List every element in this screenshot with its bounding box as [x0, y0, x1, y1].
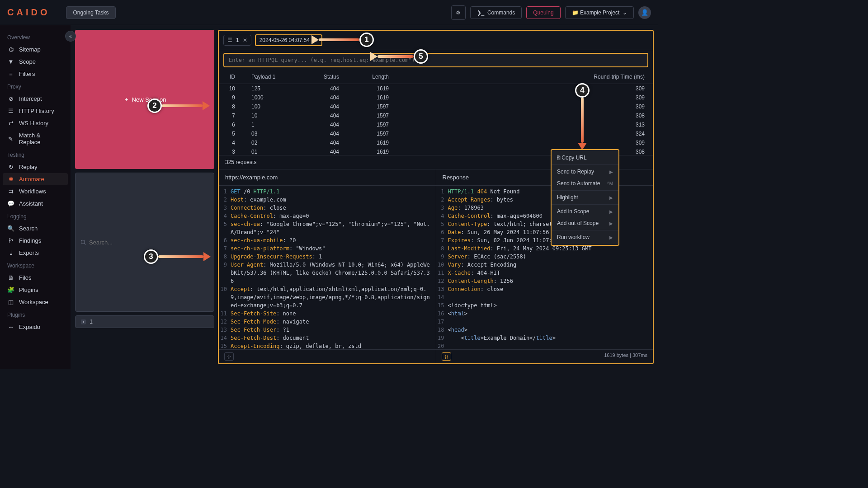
chevron-right-icon: ▶ — [609, 235, 613, 240]
sidebar-item-automate[interactable]: ✱Automate — [3, 173, 68, 185]
sidebar-item-match-replace-icon: ✎ — [7, 136, 14, 142]
table-row[interactable]: 614041597313 — [219, 120, 653, 129]
sidebar-item-filters-icon: ≡ — [7, 70, 14, 77]
sidebar-section-label: Workspace — [0, 259, 71, 272]
sidebar-item-intercept[interactable]: ⊘Intercept — [0, 93, 71, 105]
sidebar-item-scope[interactable]: ▼Scope — [0, 56, 71, 68]
sidebar-item-label: Filters — [19, 70, 35, 77]
plus-icon: ＋ — [123, 95, 129, 103]
sidebar-section-label: Plugins — [0, 308, 71, 321]
table-row[interactable]: 101254041619309 — [219, 84, 653, 94]
sidebar-item-label: Scope — [19, 58, 36, 65]
sidebar-section-label: Overview — [0, 31, 71, 43]
sidebar-item-files-icon: 🗎 — [7, 274, 14, 281]
response-editor: Response 1HTTP/1.1 404 Not Found2Accept-… — [436, 169, 653, 363]
chevron-right-icon: ▶ — [609, 195, 613, 200]
results-table: IDPayload 1StatusLengthRound-trip Time (… — [219, 70, 653, 155]
filter-count-pill[interactable]: ☰ 1 ✕ — [223, 35, 251, 46]
new-session-button[interactable]: ＋New Session — [75, 30, 214, 169]
response-footer: 1619 bytes | 307ms — [604, 352, 647, 361]
folder-icon: 📁 — [572, 9, 579, 16]
sidebar-item-replay-icon: ↻ — [7, 164, 14, 170]
chevron-down-icon: ⌄ — [623, 9, 627, 16]
user-avatar[interactable]: 👤 — [638, 6, 651, 19]
table-header[interactable]: Status — [297, 70, 347, 84]
sidebar-item-label: Match & Replace — [19, 132, 63, 145]
table-header[interactable]: Payload 1 — [243, 70, 297, 84]
sidebar-item-assistant-icon: 💬 — [7, 200, 14, 207]
context-menu-item[interactable]: Add in Scope▶ — [552, 206, 618, 217]
sidebar-item-label: Search — [19, 225, 38, 232]
httpql-query-input[interactable] — [223, 53, 648, 67]
context-menu-item[interactable]: ⎘ Copy URL — [552, 152, 618, 164]
table-row[interactable]: 7104041597308 — [219, 111, 653, 120]
chevron-right-icon: ▶ — [609, 221, 613, 226]
settings-button[interactable]: ⚙ — [451, 5, 466, 20]
sidebar-item-findings[interactable]: 🏳Findings — [0, 235, 71, 247]
sidebar-item-filters[interactable]: ≡Filters — [0, 68, 71, 80]
context-menu-item[interactable]: Send to Automate^M — [552, 178, 618, 189]
table-header[interactable]: Length — [347, 70, 397, 84]
table-header[interactable]: ID — [219, 70, 243, 84]
context-menu-item[interactable]: Add out of Scope▶ — [552, 217, 618, 229]
sidebar-item-workflows[interactable]: ⇉Workflows — [0, 185, 71, 197]
table-row[interactable]: 4024041619309 — [219, 138, 653, 147]
context-menu-item[interactable]: Send to Replay▶ — [552, 166, 618, 178]
sidebar-item-label: Workspace — [19, 299, 48, 305]
results-table-wrap[interactable]: IDPayload 1StatusLengthRound-trip Time (… — [219, 70, 653, 155]
filter-tag-pill[interactable]: 2024-05-26 04:07:54 ✕ — [255, 34, 322, 46]
sidebar-item-http-history[interactable]: ☰HTTP History — [0, 105, 71, 117]
sidebar-item-expaido[interactable]: ↔Expaido — [0, 321, 71, 333]
chevron-right-icon: ▶ — [609, 209, 613, 214]
sidebar-item-exports[interactable]: ⤓Exports — [0, 247, 71, 259]
filter-bar: ☰ 1 ✕ 2024-05-26 04:07:54 ✕ — [219, 31, 653, 50]
ongoing-tasks-button[interactable]: Ongoing Tasks — [66, 6, 115, 19]
search-input[interactable] — [75, 173, 214, 312]
sidebar-item-ws-history[interactable]: ⇄WS History — [0, 117, 71, 129]
user-icon: 👤 — [641, 9, 648, 16]
close-icon[interactable]: ✕ — [313, 37, 318, 43]
response-body[interactable]: 1HTTP/1.1 404 Not Found2Accept-Ranges: b… — [436, 186, 653, 349]
sidebar-section-label: Logging — [0, 210, 71, 222]
sidebar-item-workspace[interactable]: ◫Workspace — [0, 296, 71, 308]
sidebar-item-search[interactable]: 🔍Search — [0, 222, 71, 235]
sidebar-item-sitemap-icon: ⌬ — [7, 46, 14, 53]
sidebar-item-expaido-icon: ↔ — [7, 324, 14, 330]
sidebar-item-plugins[interactable]: 🧩Plugins — [0, 284, 71, 296]
sidebar-item-label: Assistant — [19, 200, 43, 207]
format-button[interactable]: {} — [224, 352, 234, 361]
request-body[interactable]: 1GET /0 HTTP/1.12Host: example.com3Conne… — [219, 186, 436, 349]
sidebar-item-assistant[interactable]: 💬Assistant — [0, 197, 71, 210]
sidebar-item-label: Automate — [19, 176, 44, 183]
sidebar-item-files[interactable]: 🗎Files — [0, 272, 71, 284]
sidebar-item-workspace-icon: ◫ — [7, 299, 14, 305]
response-title: Response — [436, 169, 653, 186]
sidebar-item-scope-icon: ▼ — [7, 58, 14, 65]
sidebar-item-sitemap[interactable]: ⌬Sitemap — [0, 43, 71, 56]
commands-button[interactable]: ❯_ Commands — [470, 6, 522, 19]
sidebar-item-search-icon: 🔍 — [7, 225, 14, 232]
sidebar-item-label: Plugins — [19, 286, 38, 293]
sidebar-item-match-replace[interactable]: ✎Match & Replace — [0, 129, 71, 148]
sidebar-section-label: Testing — [0, 148, 71, 161]
sidebar-section-label: Proxy — [0, 80, 71, 93]
project-dropdown[interactable]: 📁 Example Project ⌄ — [565, 6, 634, 19]
sidebar-item-findings-icon: 🏳 — [7, 237, 14, 244]
sidebar-item-label: HTTP History — [19, 108, 54, 114]
queuing-button[interactable]: Queuing — [526, 6, 560, 19]
table-row[interactable]: 5034041597324 — [219, 129, 653, 138]
context-menu-item[interactable]: Run workflow▶ — [552, 231, 618, 243]
session-tree-item[interactable]: ›1 — [75, 315, 214, 328]
sidebar-item-ws-history-icon: ⇄ — [7, 120, 14, 127]
table-row[interactable]: 81004041597309 — [219, 102, 653, 111]
close-icon[interactable]: ✕ — [243, 37, 247, 43]
sidebar-item-workflows-icon: ⇉ — [7, 188, 14, 195]
sidebar-item-replay[interactable]: ↻Replay — [0, 161, 71, 173]
table-header[interactable]: Round-trip Time (ms) — [397, 70, 653, 84]
sidebar-item-intercept-icon: ⊘ — [7, 95, 14, 102]
format-button[interactable]: {} — [442, 352, 451, 361]
table-row[interactable]: 910004041619309 — [219, 93, 653, 102]
context-menu-item[interactable]: Highlight▶ — [552, 192, 618, 203]
sidebar-collapse-button[interactable]: « — [65, 31, 76, 42]
copy-icon: ⎘ — [557, 155, 560, 161]
